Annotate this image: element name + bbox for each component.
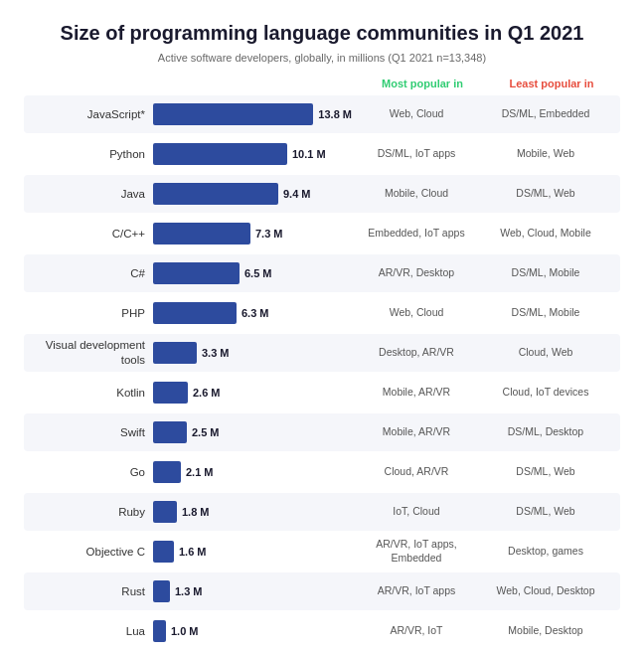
most-popular-value: Embedded, IoT apps — [352, 225, 481, 243]
most-popular-value: Web, Cloud — [352, 105, 481, 123]
table-row: Objective C 1.6 M AR/VR, IoT apps, Embed… — [24, 533, 620, 570]
table-row: Go 2.1 M Cloud, AR/VR DS/ML, Web — [24, 453, 620, 491]
lang-name: PHP — [24, 306, 153, 321]
bar-area: 1.0 M — [153, 620, 352, 642]
least-popular-value: Desktop, games — [481, 543, 610, 561]
least-popular-value: Cloud, IoT devices — [481, 384, 610, 402]
most-popular-value: Mobile, AR/VR — [352, 423, 481, 441]
table-row: C# 6.5 M AR/VR, Desktop DS/ML, Mobile — [24, 254, 620, 292]
bar-value: 1.8 M — [182, 506, 210, 518]
most-popular-value: AR/VR, IoT — [352, 622, 481, 640]
most-popular-value: DS/ML, IoT apps — [352, 145, 481, 163]
most-popular-value: Web, Cloud — [352, 304, 481, 322]
bar-value: 9.4 M — [283, 188, 311, 200]
least-popular-value: DS/ML, Web — [481, 185, 610, 203]
least-popular-value: Web, Cloud, Mobile — [481, 225, 610, 243]
least-popular-value: Web, Cloud, Desktop — [481, 582, 610, 600]
bar-area: 2.6 M — [153, 382, 352, 404]
bar — [153, 183, 278, 205]
bar-area: 13.8 M — [153, 103, 352, 125]
lang-name: C# — [24, 266, 153, 281]
bar-value: 2.5 M — [192, 426, 220, 438]
table-row: Rust 1.3 M AR/VR, IoT apps Web, Cloud, D… — [24, 572, 620, 610]
lang-name: Rust — [24, 584, 153, 599]
lang-name: Ruby — [24, 505, 153, 520]
lang-name: Python — [24, 147, 153, 162]
lang-name: C/C++ — [24, 227, 153, 242]
bar-area: 1.6 M — [153, 541, 352, 563]
bar — [153, 461, 181, 483]
table-row: JavaScript* 13.8 M Web, Cloud DS/ML, Emb… — [24, 95, 620, 133]
bar-area: 6.5 M — [153, 262, 352, 284]
bar-area: 7.3 M — [153, 223, 352, 244]
bar — [153, 541, 174, 563]
least-popular-value: DS/ML, Web — [481, 463, 610, 481]
table-row: Swift 2.5 M Mobile, AR/VR DS/ML, Desktop — [24, 413, 620, 451]
table-row: Java 9.4 M Mobile, Cloud DS/ML, Web — [24, 175, 620, 213]
least-popular-value: Mobile, Web — [481, 145, 610, 163]
bar-area: 2.1 M — [153, 461, 352, 483]
lang-name: Java — [24, 187, 153, 202]
least-popular-value: Mobile, Desktop — [481, 622, 610, 640]
bar — [153, 223, 250, 244]
bar-value: 6.3 M — [242, 307, 269, 319]
lang-name: Swift — [24, 425, 153, 440]
chart-subtitle: Active software developers, globally, in… — [24, 52, 620, 64]
bar — [153, 382, 188, 404]
least-popular-value: DS/ML, Embedded — [481, 105, 610, 123]
bar — [153, 580, 170, 602]
bar — [153, 103, 313, 125]
bar — [153, 342, 197, 364]
lang-name: Go — [24, 465, 153, 480]
most-popular-value: AR/VR, IoT apps — [352, 582, 481, 600]
most-popular-value: IoT, Cloud — [352, 503, 481, 521]
data-table: JavaScript* 13.8 M Web, Cloud DS/ML, Emb… — [24, 95, 620, 650]
bar-value: 13.8 M — [318, 108, 352, 120]
least-popular-header: Least popular in — [487, 78, 616, 89]
column-headers: Most popular in Least popular in — [24, 78, 620, 89]
bar-value: 7.3 M — [255, 228, 283, 240]
table-row: Visual development tools 3.3 M Desktop, … — [24, 334, 620, 372]
most-popular-value: Mobile, AR/VR — [352, 384, 481, 402]
bar — [153, 421, 187, 443]
bar-area: 10.1 M — [153, 143, 352, 165]
most-popular-value: AR/VR, IoT apps, Embedded — [352, 536, 481, 567]
bar-value: 10.1 M — [292, 148, 326, 160]
most-popular-header: Most popular in — [358, 78, 487, 89]
bar-area: 9.4 M — [153, 183, 352, 205]
most-popular-value: Cloud, AR/VR — [352, 463, 481, 481]
lang-name: JavaScript* — [24, 107, 153, 122]
chart-title: Size of programming language communities… — [24, 20, 620, 46]
table-row: Ruby 1.8 M IoT, Cloud DS/ML, Web — [24, 493, 620, 531]
bar-area: 3.3 M — [153, 342, 352, 364]
bar-area: 6.3 M — [153, 302, 352, 324]
bar — [153, 143, 287, 165]
least-popular-value: Cloud, Web — [481, 344, 610, 362]
most-popular-value: Desktop, AR/VR — [352, 344, 481, 362]
bar-value: 2.1 M — [186, 466, 214, 478]
table-row: Lua 1.0 M AR/VR, IoT Mobile, Desktop — [24, 612, 620, 650]
bar-value: 1.6 M — [179, 546, 207, 558]
least-popular-value: DS/ML, Desktop — [481, 423, 610, 441]
least-popular-value: DS/ML, Mobile — [481, 304, 610, 322]
lang-name: Visual development tools — [24, 338, 153, 368]
bar — [153, 262, 240, 284]
bar-value: 1.0 M — [171, 625, 199, 637]
bar-value: 2.6 M — [193, 387, 221, 399]
bar-area: 1.8 M — [153, 501, 352, 523]
bar — [153, 501, 177, 523]
bar-area: 1.3 M — [153, 580, 352, 602]
bar-value: 6.5 M — [244, 267, 272, 279]
most-popular-value: Mobile, Cloud — [352, 185, 481, 203]
lang-name: Objective C — [24, 545, 153, 560]
least-popular-value: DS/ML, Mobile — [481, 264, 610, 282]
bar — [153, 302, 237, 324]
most-popular-value: AR/VR, Desktop — [352, 264, 481, 282]
table-row: Kotlin 2.6 M Mobile, AR/VR Cloud, IoT de… — [24, 374, 620, 411]
lang-name: Kotlin — [24, 386, 153, 401]
table-row: PHP 6.3 M Web, Cloud DS/ML, Mobile — [24, 294, 620, 332]
least-popular-value: DS/ML, Web — [481, 503, 610, 521]
bar-value: 1.3 M — [175, 585, 203, 597]
bar-area: 2.5 M — [153, 421, 352, 443]
table-row: Python 10.1 M DS/ML, IoT apps Mobile, We… — [24, 135, 620, 173]
